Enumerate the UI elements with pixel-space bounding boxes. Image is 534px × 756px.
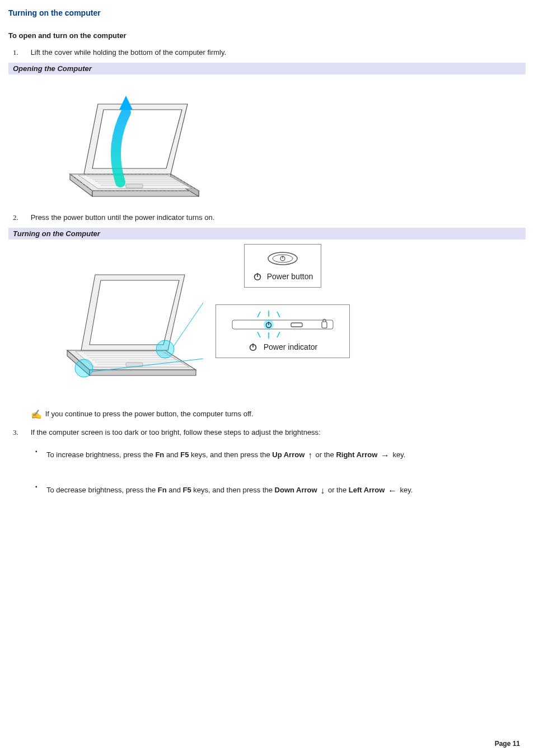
svg-line-29	[277, 332, 280, 337]
svg-point-15	[75, 359, 93, 377]
svg-rect-30	[232, 320, 333, 329]
intro-heading: To open and turn on the computer	[8, 31, 526, 40]
step-list: 1. Lift the cover while holding the bott…	[8, 48, 526, 57]
power-button-callout: Power button	[244, 244, 322, 288]
figure-caption-2: Turning on the Computer	[8, 228, 526, 240]
indicator-strip-illustration	[229, 311, 336, 339]
svg-line-16	[174, 303, 203, 346]
note-text: If you continue to press the power butto…	[45, 410, 254, 418]
svg-line-26	[277, 312, 280, 317]
step-number: 3.	[8, 428, 29, 437]
increase-brightness-item: To increase brightness, press the Fn and…	[31, 445, 526, 465]
figure-1	[8, 74, 526, 213]
step-number: 1.	[8, 48, 29, 57]
note: ✍ If you continue to press the power but…	[31, 409, 526, 420]
figure-2: Power button	[8, 240, 526, 395]
brightness-sublist: To increase brightness, press the Fn and…	[31, 445, 526, 500]
decrease-brightness-item: To decrease brightness, press the Fn and…	[31, 481, 526, 500]
figure-caption-1: Opening the Computer	[8, 63, 526, 74]
step-text: Press the power button until the power i…	[31, 213, 215, 222]
svg-rect-6	[126, 184, 143, 188]
step-1: 1. Lift the cover while holding the bott…	[8, 48, 526, 57]
power-indicator-callout: Power indicator	[216, 304, 350, 358]
page-title: Turning on the computer	[8, 8, 526, 17]
svg-line-24	[257, 312, 260, 317]
power-button-label: Power button	[267, 272, 313, 281]
power-icon	[248, 342, 258, 352]
left-arrow-icon: ←	[387, 481, 398, 500]
power-button-shape	[266, 250, 299, 267]
turning-on-illustration	[59, 244, 204, 384]
opening-computer-illustration	[59, 79, 210, 202]
svg-point-14	[156, 340, 174, 358]
step-number: 2.	[8, 213, 29, 222]
step-text: Lift the cover while holding the bottom …	[31, 48, 226, 57]
down-arrow-icon: ↓	[319, 481, 326, 500]
step-3: 3. If the computer screen is too dark or…	[8, 428, 526, 500]
page-number: Page 11	[495, 740, 520, 748]
power-indicator-label: Power indicator	[264, 342, 318, 351]
step-2: 2. Press the power button until the powe…	[8, 213, 526, 222]
right-arrow-icon: →	[380, 445, 391, 465]
note-icon: ✍	[31, 409, 43, 420]
step-text: If the computer screen is too dark or to…	[31, 428, 321, 436]
svg-line-27	[257, 332, 260, 337]
up-arrow-icon: ↑	[307, 445, 313, 465]
power-icon	[252, 271, 263, 281]
